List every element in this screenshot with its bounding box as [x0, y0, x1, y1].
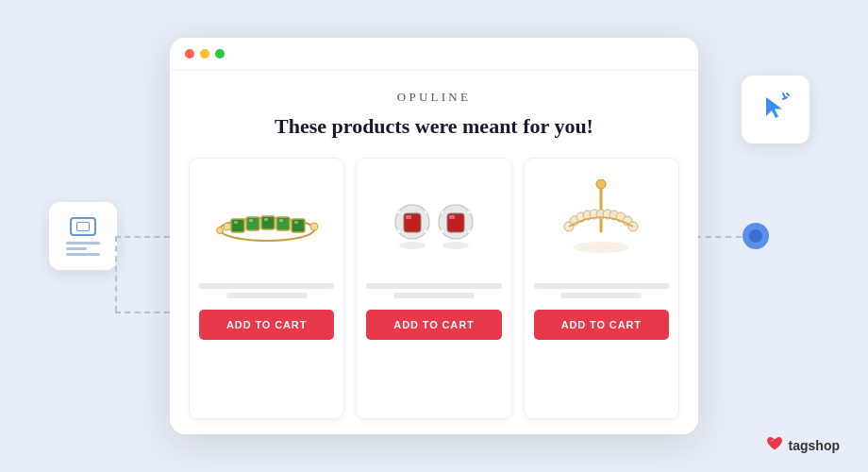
product-info-lines-1: [199, 283, 334, 298]
svg-rect-6: [261, 216, 275, 229]
svg-rect-7: [276, 217, 290, 230]
svg-line-2: [787, 93, 789, 95]
tagshop-name: tagshop: [789, 438, 840, 453]
browser-content: OPULINE These products were meant for yo…: [170, 71, 698, 434]
product-card-necklace: ADD TO CART: [524, 158, 679, 419]
widget-box-inner: [76, 222, 90, 231]
svg-point-9: [224, 223, 231, 230]
svg-point-30: [467, 229, 471, 233]
traffic-light-red[interactable]: [185, 49, 194, 59]
widget-lines: [66, 242, 100, 256]
svg-rect-8: [292, 219, 305, 232]
svg-line-1: [783, 97, 787, 99]
svg-rect-26: [449, 215, 455, 219]
placeholder-line: [366, 283, 501, 289]
svg-point-21: [397, 229, 401, 233]
placeholder-line: [393, 293, 475, 298]
svg-point-47: [578, 214, 581, 217]
svg-point-49: [573, 242, 629, 253]
product-card-bracelet: ADD TO CART: [189, 158, 344, 419]
product-grid: ADD TO CART: [189, 158, 679, 419]
svg-rect-15: [279, 219, 283, 222]
tagline: These products were meant for you!: [275, 114, 593, 139]
svg-point-27: [441, 211, 444, 214]
add-to-cart-button-necklace[interactable]: ADD TO CART: [534, 310, 669, 340]
svg-rect-4: [231, 219, 244, 232]
right-widget: [742, 76, 810, 143]
cursor-icon: [759, 90, 793, 130]
widget-line: [66, 247, 87, 250]
svg-point-48: [592, 211, 594, 214]
svg-line-0: [783, 93, 785, 97]
svg-point-31: [399, 242, 426, 249]
browser-window: OPULINE These products were meant for yo…: [170, 38, 698, 434]
traffic-light-green[interactable]: [215, 49, 225, 59]
widget-box-icon: [70, 217, 96, 236]
svg-point-22: [424, 211, 427, 214]
placeholder-line: [226, 293, 308, 298]
svg-point-34: [596, 179, 606, 189]
svg-rect-13: [249, 219, 253, 222]
svg-point-28: [441, 229, 444, 233]
connector-line-left-v: [115, 236, 117, 312]
svg-point-23: [424, 229, 427, 233]
svg-point-32: [442, 242, 469, 249]
tagshop-heart-icon: [766, 436, 783, 455]
browser-titlebar: [170, 38, 698, 71]
store-name: OPULINE: [397, 90, 471, 105]
traffic-light-yellow[interactable]: [200, 49, 209, 59]
product-image-necklace: [534, 170, 669, 274]
placeholder-line: [534, 283, 669, 289]
right-dot-indicator: [743, 223, 769, 249]
add-to-cart-button-earrings[interactable]: ADD TO CART: [366, 310, 501, 340]
svg-rect-5: [246, 217, 259, 230]
product-image-earrings: [366, 170, 501, 274]
svg-rect-12: [234, 221, 238, 224]
svg-point-29: [467, 211, 471, 214]
svg-rect-14: [264, 218, 268, 221]
widget-line: [66, 242, 100, 244]
placeholder-line: [560, 293, 642, 298]
product-card-earrings: ADD TO CART: [356, 158, 511, 419]
placeholder-line: [199, 283, 334, 289]
svg-rect-16: [294, 221, 298, 224]
svg-point-11: [310, 223, 318, 230]
svg-point-46: [566, 224, 569, 227]
add-to-cart-button-bracelet[interactable]: ADD TO CART: [199, 310, 334, 340]
left-widget: [49, 202, 117, 270]
product-info-lines-2: [366, 283, 501, 298]
svg-point-20: [397, 211, 401, 214]
right-dot-inner: [749, 229, 762, 243]
svg-point-10: [216, 227, 223, 233]
tagshop-branding: tagshop: [766, 436, 840, 455]
svg-rect-19: [406, 215, 411, 219]
product-info-lines-3: [534, 283, 669, 298]
product-image-bracelet: [199, 170, 334, 274]
widget-line: [66, 253, 100, 256]
